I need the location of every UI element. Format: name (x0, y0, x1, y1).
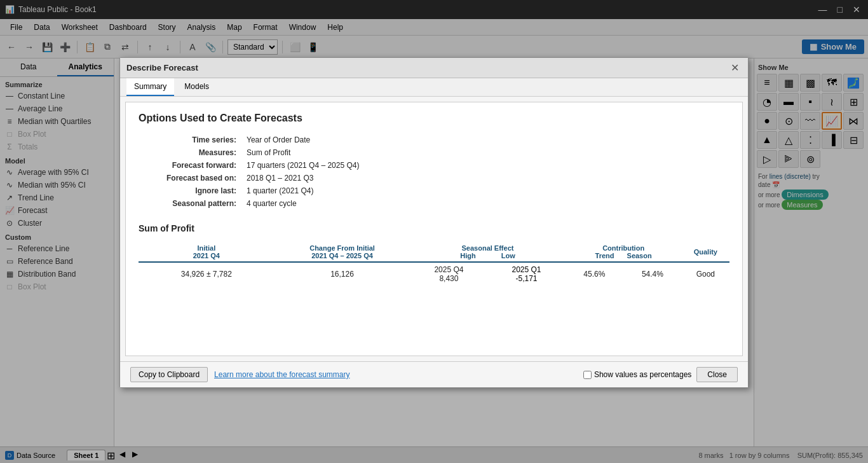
learn-more-link[interactable]: Learn more about the forecast summary (214, 370, 349, 379)
data-row: 34,926 ± 7,782 16,126 2025 Q4 8,430 2025… (139, 262, 729, 286)
col-seasonal-header: Seasonal Effect High Low (410, 242, 565, 262)
forecast-based-on-value: 2018 Q1 – 2021 Q3 (243, 172, 363, 184)
options-section-title: Options Used to Create Forecasts (139, 113, 729, 124)
modal-overlay: Describe Forecast ✕ Summary Models Optio… (0, 0, 868, 463)
cell-seasonal-low: 2025 Q1 -5,171 (487, 262, 565, 286)
ignore-last-label: Ignore last: (140, 185, 241, 197)
cell-change: 16,126 (275, 262, 410, 286)
cell-contribution-trend: 45.6% (566, 262, 624, 286)
cell-contribution-season: 54.4% (623, 262, 682, 286)
data-section-title: Sum of Profit (139, 223, 729, 233)
cell-initial: 34,926 ± 7,782 (139, 262, 275, 286)
show-percentages-checkbox[interactable] (583, 371, 592, 379)
dialog-footer: Copy to Clipboard Learn more about the f… (120, 361, 748, 387)
dialog-title: Describe Forecast (126, 63, 198, 73)
dialog-close-button[interactable]: ✕ (728, 62, 742, 74)
time-series-label: Time series: (140, 134, 241, 146)
forecast-based-on-label: Forecast based on: (140, 172, 241, 184)
col-quality-header: Quality (682, 242, 729, 262)
cell-seasonal-high: 2025 Q4 8,430 (410, 262, 487, 286)
forecast-forward-label: Forecast forward: (140, 160, 241, 171)
ignore-last-value: 1 quarter (2021 Q4) (243, 185, 363, 197)
seasonal-pattern-value: 4 quarter cycle (243, 198, 363, 209)
col-initial-header: Initial 2021 Q4 (139, 242, 275, 262)
measures-label: Measures: (140, 147, 241, 158)
dialog-tabs: Summary Models (120, 78, 748, 97)
dialog-tab-summary[interactable]: Summary (126, 78, 174, 96)
cell-quality: Good (682, 262, 729, 286)
forecast-forward-value: 17 quarters (2021 Q4 – 2025 Q4) (243, 160, 363, 171)
dialog-body: Options Used to Create Forecasts Time se… (125, 102, 743, 356)
dialog-footer-right: Show values as percentages Close (583, 367, 738, 382)
dialog-titlebar: Describe Forecast ✕ (120, 58, 748, 78)
forecast-options-table: Time series: Year of Order Date Measures… (139, 133, 364, 211)
show-percentages-label: Show values as percentages (583, 370, 691, 379)
close-dialog-button[interactable]: Close (696, 367, 738, 382)
describe-forecast-dialog: Describe Forecast ✕ Summary Models Optio… (119, 57, 749, 388)
copy-clipboard-button[interactable]: Copy to Clipboard (130, 367, 208, 382)
dialog-footer-left: Copy to Clipboard Learn more about the f… (130, 367, 350, 382)
forecast-data-table: Initial 2021 Q4 Change From Initial 2021… (139, 242, 729, 286)
dialog-tab-models[interactable]: Models (177, 78, 217, 96)
measures-value: Sum of Profit (243, 147, 363, 158)
col-change-header: Change From Initial 2021 Q4 – 2025 Q4 (275, 242, 410, 262)
col-contribution-header: Contribution Trend Season (566, 242, 682, 262)
seasonal-pattern-label: Seasonal pattern: (140, 198, 241, 209)
time-series-value: Year of Order Date (243, 134, 363, 146)
